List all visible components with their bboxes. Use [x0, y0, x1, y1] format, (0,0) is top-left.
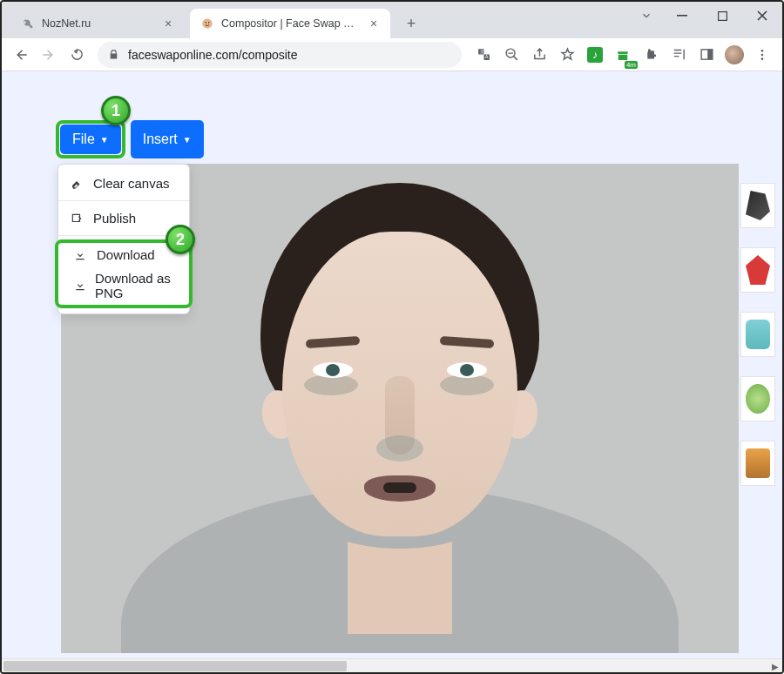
- close-icon[interactable]: ×: [368, 17, 380, 30]
- asset-thumb[interactable]: [740, 441, 775, 486]
- svg-rect-3: [677, 15, 687, 17]
- svg-point-0: [202, 18, 213, 29]
- address-bar[interactable]: [98, 42, 462, 68]
- tab-title: Compositor | Face Swap Online: [221, 17, 361, 30]
- asset-thumbnail-rail: [740, 183, 779, 486]
- svg-rect-4: [718, 11, 727, 20]
- svg-line-8: [513, 57, 517, 60]
- menu-item-label: Clear canvas: [93, 176, 170, 191]
- file-menu-label: File: [72, 131, 95, 147]
- zoom-out-icon[interactable]: [498, 43, 524, 67]
- maximize-button[interactable]: [702, 2, 742, 30]
- profile-avatar[interactable]: [721, 43, 747, 67]
- svg-point-2: [208, 22, 210, 24]
- minimize-button[interactable]: [662, 2, 702, 30]
- side-panel-icon[interactable]: [693, 43, 720, 67]
- window-close-button[interactable]: [742, 2, 782, 30]
- svg-point-14: [761, 57, 764, 60]
- extension-badge: 4m: [625, 61, 638, 69]
- callout-number: 1: [112, 102, 120, 120]
- download-icon: [74, 249, 88, 261]
- publish-icon: [71, 212, 84, 225]
- menu-item-label: Publish: [93, 211, 136, 226]
- asset-thumb[interactable]: [740, 376, 775, 421]
- menu-item-clear-canvas[interactable]: Clear canvas: [58, 170, 189, 197]
- reload-button[interactable]: [64, 43, 89, 67]
- tab-title: NozNet.ru: [42, 17, 155, 30]
- tab-noznet[interactable]: NozNet.ru ×: [10, 9, 185, 38]
- new-tab-button[interactable]: +: [399, 11, 423, 36]
- page-viewport: File ▼ Insert ▼ Clear canvas Publish: [2, 71, 782, 672]
- wrench-icon: [21, 17, 35, 30]
- browser-toolbar: 文A ♪ 4m: [2, 38, 782, 71]
- download-icon: [74, 280, 86, 292]
- scroll-thumb[interactable]: [3, 661, 347, 671]
- svg-point-12: [761, 50, 764, 52]
- titlebar: NozNet.ru × Compositor | Face Swap Onlin…: [2, 2, 782, 38]
- close-icon[interactable]: ×: [162, 17, 174, 30]
- back-button[interactable]: [9, 43, 33, 67]
- svg-text:文: 文: [479, 49, 483, 54]
- asset-thumb[interactable]: [740, 312, 775, 357]
- translate-icon[interactable]: 文A: [470, 43, 497, 67]
- menu-item-publish[interactable]: Publish: [58, 205, 189, 232]
- extension-music-icon[interactable]: ♪: [582, 43, 608, 67]
- caret-down-icon: ▼: [183, 135, 192, 145]
- svg-rect-11: [707, 50, 713, 59]
- scroll-right-icon[interactable]: ▶: [768, 659, 782, 672]
- extensions-puzzle-icon[interactable]: [638, 43, 664, 67]
- callout-number: 2: [176, 231, 185, 249]
- window-controls: [631, 2, 782, 30]
- menu-item-label: Download as PNG: [95, 271, 173, 300]
- url-input[interactable]: [128, 48, 451, 62]
- asset-thumb[interactable]: [740, 247, 775, 293]
- avatar: [725, 45, 744, 64]
- asset-thumb[interactable]: [740, 183, 775, 228]
- bookmark-star-icon[interactable]: [554, 43, 580, 67]
- forward-button[interactable]: [37, 43, 61, 67]
- face-icon: [200, 17, 214, 30]
- callout-badge-1: 1: [101, 96, 131, 125]
- svg-point-1: [205, 22, 206, 24]
- editor-menu-bar: File ▼ Insert ▼: [56, 120, 204, 158]
- tab-search-button[interactable]: [631, 2, 662, 30]
- eraser-icon: [71, 178, 84, 190]
- svg-point-13: [761, 53, 764, 56]
- menu-item-download-png[interactable]: Download as PNG: [58, 266, 189, 305]
- tab-compositor[interactable]: Compositor | Face Swap Online ×: [190, 9, 390, 38]
- reading-list-icon[interactable]: [666, 43, 692, 67]
- share-icon[interactable]: [526, 43, 552, 67]
- menu-item-label: Download: [97, 247, 155, 262]
- highlight-file: File ▼: [56, 120, 125, 158]
- menu-separator: [58, 200, 189, 201]
- lock-icon: [108, 49, 119, 60]
- horizontal-scrollbar[interactable]: ◀ ▶: [2, 658, 782, 672]
- callout-badge-2: 2: [166, 225, 195, 254]
- insert-menu-button[interactable]: Insert ▼: [131, 120, 204, 158]
- kebab-menu-icon[interactable]: [749, 43, 775, 67]
- insert-menu-label: Insert: [143, 131, 178, 147]
- extension-shop-icon[interactable]: 4m: [610, 43, 636, 67]
- caret-down-icon: ▼: [100, 135, 109, 145]
- file-menu-button[interactable]: File ▼: [60, 125, 121, 154]
